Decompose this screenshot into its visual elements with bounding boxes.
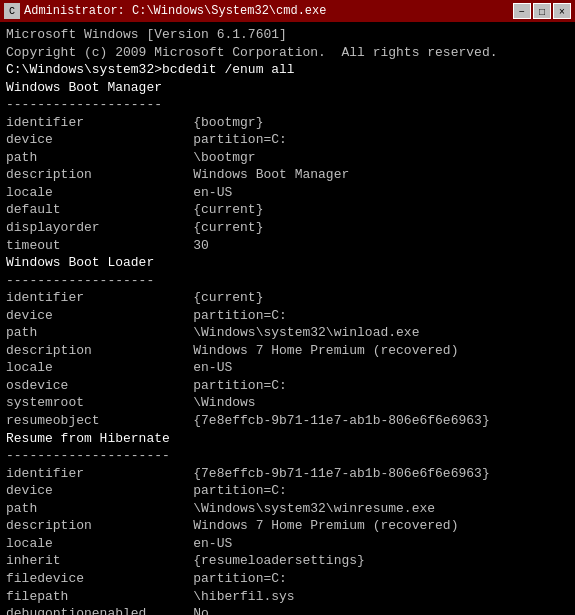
terminal: Microsoft Windows [Version 6.1.7601]Copy… <box>0 22 575 615</box>
terminal-line: debugoptionenabled No <box>6 605 569 615</box>
terminal-line: path \Windows\system32\winresume.exe <box>6 500 569 518</box>
terminal-line: Windows Boot Loader <box>6 254 569 272</box>
terminal-line: Resume from Hibernate <box>6 430 569 448</box>
terminal-line: description Windows 7 Home Premium (reco… <box>6 342 569 360</box>
terminal-line: description Windows 7 Home Premium (reco… <box>6 517 569 535</box>
terminal-line: default {current} <box>6 201 569 219</box>
title-bar: C Administrator: C:\Windows\System32\cmd… <box>0 0 575 22</box>
terminal-line: identifier {bootmgr} <box>6 114 569 132</box>
terminal-line: path \bootmgr <box>6 149 569 167</box>
terminal-line: filepath \hiberfil.sys <box>6 588 569 606</box>
title-bar-icon: C <box>4 3 20 19</box>
terminal-line: locale en-US <box>6 535 569 553</box>
terminal-line: systemroot \Windows <box>6 394 569 412</box>
terminal-line: timeout 30 <box>6 237 569 255</box>
terminal-line: Copyright (c) 2009 Microsoft Corporation… <box>6 44 569 62</box>
terminal-line: device partition=C: <box>6 482 569 500</box>
terminal-line: Microsoft Windows [Version 6.1.7601] <box>6 26 569 44</box>
minimize-button[interactable]: − <box>513 3 531 19</box>
terminal-line: description Windows Boot Manager <box>6 166 569 184</box>
terminal-line: locale en-US <box>6 184 569 202</box>
terminal-line: device partition=C: <box>6 307 569 325</box>
maximize-button[interactable]: □ <box>533 3 551 19</box>
title-bar-controls: − □ × <box>513 3 571 19</box>
terminal-line: inherit {resumeloadersettings} <box>6 552 569 570</box>
terminal-line: ------------------- <box>6 272 569 290</box>
terminal-line: --------------------- <box>6 447 569 465</box>
terminal-line: identifier {current} <box>6 289 569 307</box>
terminal-line: filedevice partition=C: <box>6 570 569 588</box>
close-button[interactable]: × <box>553 3 571 19</box>
terminal-line: osdevice partition=C: <box>6 377 569 395</box>
terminal-line: resumeobject {7e8effcb-9b71-11e7-ab1b-80… <box>6 412 569 430</box>
terminal-line: displayorder {current} <box>6 219 569 237</box>
terminal-line: C:\Windows\system32>bcdedit /enum all <box>6 61 569 79</box>
terminal-line: identifier {7e8effcb-9b71-11e7-ab1b-806e… <box>6 465 569 483</box>
terminal-line: -------------------- <box>6 96 569 114</box>
title-bar-text: Administrator: C:\Windows\System32\cmd.e… <box>24 4 513 18</box>
terminal-line: Windows Boot Manager <box>6 79 569 97</box>
terminal-line: path \Windows\system32\winload.exe <box>6 324 569 342</box>
terminal-line: locale en-US <box>6 359 569 377</box>
terminal-line: device partition=C: <box>6 131 569 149</box>
